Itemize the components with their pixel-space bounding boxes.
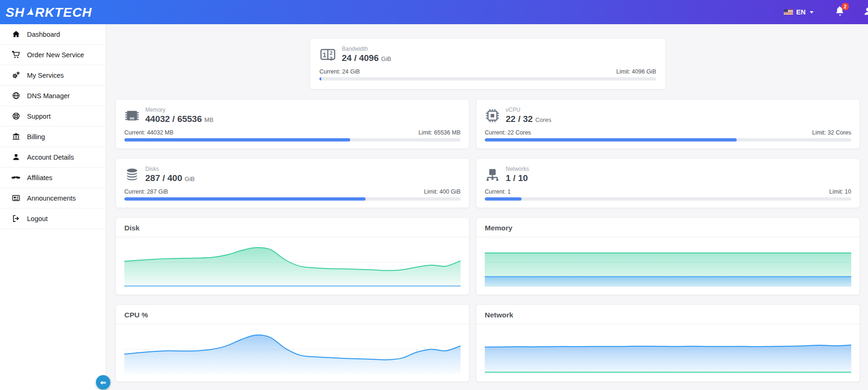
sidebar-item-billing[interactable]: Billing bbox=[0, 127, 106, 147]
bank-icon bbox=[11, 132, 20, 141]
progress-fill bbox=[124, 138, 350, 141]
stat-value: 44032 / 65536 bbox=[145, 114, 202, 124]
sidebar-item-my-services[interactable]: My Services bbox=[0, 65, 106, 86]
cpu-chip-icon bbox=[485, 108, 500, 123]
current-usage: Current: 44032 MB bbox=[124, 129, 174, 136]
chevron-down-icon bbox=[810, 11, 814, 13]
sidebar-item-announcements[interactable]: Announcements bbox=[0, 188, 106, 208]
svg-text:2: 2 bbox=[330, 50, 332, 56]
disk-chart bbox=[124, 238, 461, 287]
progress-fill bbox=[485, 197, 522, 201]
network-chart-card: Network bbox=[476, 304, 860, 382]
sidebar-item-label: Announcements bbox=[27, 195, 76, 202]
stat-unit: GiB bbox=[381, 55, 392, 62]
sidebar-item-account-details[interactable]: Account Details bbox=[0, 147, 106, 168]
progress-track bbox=[124, 197, 461, 201]
stat-unit: MB bbox=[204, 116, 214, 123]
memory-card: Memory 44032 / 65536 MB Current: 44032 M… bbox=[115, 99, 469, 149]
current-usage: Current: 1 bbox=[485, 188, 511, 195]
current-usage: Current: 24 GiB bbox=[319, 68, 360, 75]
database-disks-icon bbox=[124, 167, 140, 182]
shopping-cart-icon bbox=[11, 50, 20, 60]
current-usage: Current: 22 Cores bbox=[485, 129, 531, 136]
progress-track bbox=[124, 138, 461, 141]
svg-text:3: 3 bbox=[330, 56, 332, 61]
sidebar-item-dashboard[interactable]: Dashboard bbox=[0, 24, 106, 45]
sidebar-item-label: Dashboard bbox=[27, 31, 60, 38]
sidebar-item-label: Billing bbox=[27, 133, 45, 141]
networks-card: Networks 1 / 10 Current: 1 Limit: 10 bbox=[476, 158, 860, 208]
disks-card: Disks 287 / 400 GiB Current: 287 GiB Lim… bbox=[115, 158, 469, 208]
cpu-chart-card: CPU % bbox=[115, 304, 469, 382]
sign-out-icon bbox=[11, 214, 20, 223]
progress-fill bbox=[485, 138, 737, 141]
stat-value: 22 / 32 bbox=[506, 114, 533, 124]
globe-icon bbox=[11, 91, 20, 101]
progress-fill bbox=[124, 197, 366, 201]
us-flag-icon bbox=[784, 9, 793, 15]
bell-icon bbox=[835, 10, 845, 18]
sidebar-item-logout[interactable]: Logout bbox=[0, 208, 106, 229]
newspaper-icon bbox=[11, 194, 20, 203]
stat-label: Disks bbox=[145, 166, 195, 172]
user-menu-button[interactable] bbox=[863, 6, 868, 19]
chart-title: Memory bbox=[476, 218, 860, 237]
sidebar-collapse-button[interactable]: ⇐ bbox=[96, 375, 110, 390]
usage-limit: Limit: 4096 GiB bbox=[617, 68, 656, 75]
stat-value: 1 / 10 bbox=[506, 173, 528, 183]
stat-unit: Cores bbox=[535, 116, 551, 123]
sidebar-item-label: DNS Manager bbox=[27, 92, 70, 100]
sidebar-item-label: Support bbox=[27, 113, 51, 120]
disk-chart-card: Disk bbox=[115, 217, 469, 295]
sidebar-item-affiliates[interactable]: Affiliates bbox=[0, 168, 106, 188]
top-bar: SHRKTECH EN 2 bbox=[0, 0, 868, 24]
user-icon bbox=[863, 10, 868, 18]
chart-title: CPU % bbox=[116, 305, 469, 324]
network-nodes-icon bbox=[485, 167, 500, 182]
stat-label: vCPU bbox=[506, 107, 551, 113]
sidebar-item-label: Logout bbox=[27, 215, 47, 222]
svg-text:1: 1 bbox=[323, 51, 326, 59]
language-label: EN bbox=[796, 8, 806, 16]
progress-track bbox=[319, 77, 656, 81]
notifications-button[interactable]: 2 bbox=[835, 6, 845, 19]
stat-label: Memory bbox=[145, 107, 213, 113]
logo-text-suffix: RKTECH bbox=[35, 6, 92, 19]
chart-title: Network bbox=[476, 305, 860, 324]
progress-track bbox=[485, 197, 851, 201]
bandwidth-counter-icon: 123 bbox=[319, 46, 336, 63]
vcpu-card: vCPU 22 / 32 Cores Current: 22 Cores Lim… bbox=[476, 99, 860, 149]
chart-title: Disk bbox=[116, 218, 469, 237]
double-arrow-left-icon: ⇐ bbox=[100, 378, 106, 387]
memory-chart-card: Memory bbox=[476, 217, 860, 295]
home-icon bbox=[11, 30, 20, 39]
stat-unit: GiB bbox=[185, 175, 195, 182]
language-selector[interactable]: EN bbox=[784, 8, 814, 16]
sidebar-item-dns-manager[interactable]: DNS Manager bbox=[0, 86, 106, 106]
stat-label: Bandwidth bbox=[342, 46, 391, 52]
progress-track bbox=[485, 138, 851, 141]
sidebar: Dashboard Order New Service My Services … bbox=[0, 24, 106, 390]
usage-limit: Limit: 400 GiB bbox=[424, 188, 461, 195]
sidebar-item-label: Order New Service bbox=[27, 51, 84, 59]
usage-limit: Limit: 65536 MB bbox=[419, 129, 461, 136]
progress-fill bbox=[319, 77, 321, 81]
sidebar-item-order-new-service[interactable]: Order New Service bbox=[0, 45, 106, 65]
sidebar-item-label: My Services bbox=[27, 72, 64, 79]
handshake-icon bbox=[11, 173, 20, 182]
dashboard-content: 123 Bandwidth 24 / 4096 GiB Current: 24 … bbox=[106, 0, 868, 382]
user-icon bbox=[11, 153, 20, 162]
bandwidth-card: 123 Bandwidth 24 / 4096 GiB Current: 24 … bbox=[310, 38, 666, 89]
ram-chip-icon bbox=[124, 108, 140, 123]
cpu-chart bbox=[124, 325, 461, 374]
stat-value: 287 / 400 bbox=[145, 173, 182, 183]
network-chart bbox=[485, 325, 851, 374]
sidebar-item-support[interactable]: Support bbox=[0, 106, 106, 127]
memory-chart bbox=[485, 238, 851, 287]
life-ring-icon bbox=[11, 112, 20, 121]
current-usage: Current: 287 GiB bbox=[124, 188, 168, 195]
sharktech-logo: SHRKTECH bbox=[6, 6, 92, 19]
gears-icon bbox=[11, 71, 20, 80]
stat-label: Networks bbox=[506, 166, 529, 172]
usage-limit: Limit: 32 Cores bbox=[812, 129, 851, 136]
